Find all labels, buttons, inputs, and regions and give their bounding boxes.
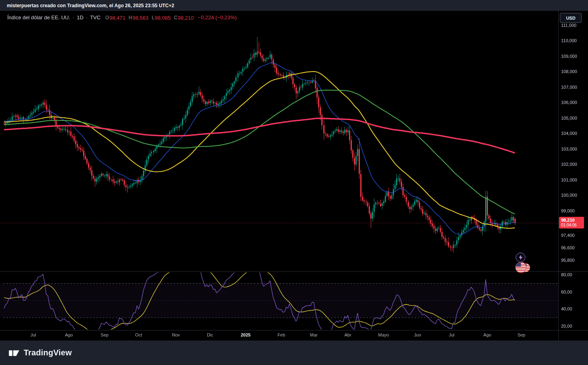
open-readout: O98,471 xyxy=(105,15,125,21)
legend-separator: · xyxy=(86,14,88,20)
lightning-bolt-glyph xyxy=(519,255,523,260)
current-price-badge: 98,210 01:04:06 xyxy=(559,217,584,228)
symbol-title[interactable]: Índice del dólar de EE. UU. xyxy=(7,14,70,20)
lightning-event-icon[interactable] xyxy=(516,253,525,262)
change-readout: −0,224 (−0,23%) xyxy=(198,14,237,20)
currency-usd-button[interactable]: USD xyxy=(560,13,582,23)
high-readout: H98,563 xyxy=(129,15,148,21)
attribution-bar: misterpuertas creado con TradingView.com… xyxy=(0,0,588,11)
bar-countdown-timer: 01:04:06 xyxy=(561,223,583,228)
tradingview-wordmark[interactable]: TradingView xyxy=(24,348,72,357)
tradingview-chart-screen: misterpuertas creado con TradingView.com… xyxy=(0,0,588,365)
timeframe-label[interactable]: 1D xyxy=(77,14,84,20)
low-readout: L98,085 xyxy=(152,15,171,21)
us-flag-icon xyxy=(515,262,527,273)
legend-separator: · xyxy=(73,14,74,20)
ohlc-readout: O98,471 H98,563 L98,085 C98,210 xyxy=(105,15,194,21)
tradingview-logo-icon[interactable] xyxy=(8,347,20,359)
exchange-label: TVC xyxy=(90,14,100,20)
current-price-value: 98,210 xyxy=(561,218,583,223)
chart-legend[interactable]: Índice del dólar de EE. UU. · 1D · TVC O… xyxy=(7,14,237,21)
price-chart-canvas[interactable] xyxy=(0,0,588,365)
footer-bar: TradingView xyxy=(0,341,588,365)
economic-events-flag-icon[interactable] xyxy=(515,262,532,274)
attribution-text: misterpuertas creado con TradingView.com… xyxy=(7,3,174,8)
close-readout: C98,210 xyxy=(174,15,194,21)
